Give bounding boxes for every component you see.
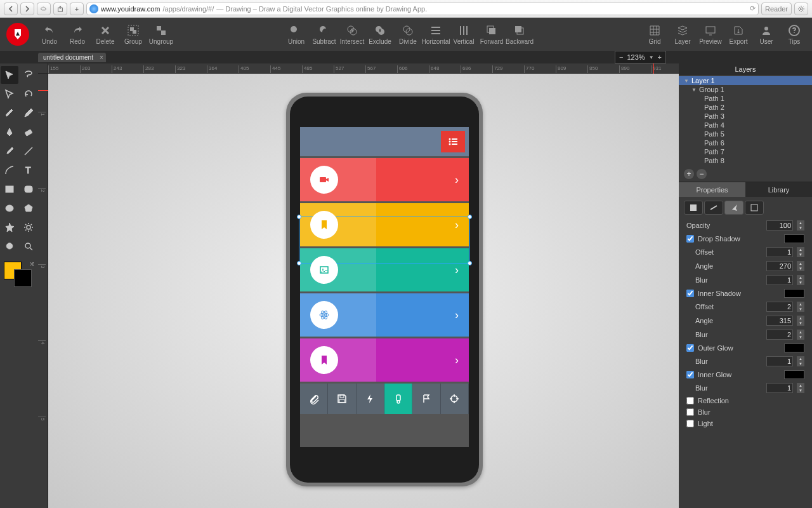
tab-properties[interactable]: Properties	[679, 182, 745, 197]
layer-node-root[interactable]: ▼Layer 1	[679, 76, 812, 85]
prop-mode-effects[interactable]	[724, 201, 743, 215]
backward-button[interactable]: Backward	[506, 18, 534, 51]
outer-glow-checkbox[interactable]	[686, 344, 694, 352]
layer-button[interactable]: Layer	[669, 18, 697, 51]
star-tool[interactable]	[1, 218, 18, 236]
curve-tool[interactable]	[1, 161, 18, 179]
close-tab-icon[interactable]: ×	[100, 54, 103, 61]
og-blur-input[interactable]: 1	[766, 356, 793, 366]
url-bar[interactable]: www.youidraw.com/apps/drawing/#/ — Drawi…	[86, 3, 759, 15]
layer-node-path[interactable]: Path 6	[679, 138, 812, 147]
lasso-tool[interactable]	[20, 66, 37, 84]
layer-node-path[interactable]: Path 2	[679, 103, 812, 112]
ungroup-button[interactable]: Ungroup	[147, 18, 175, 51]
horizontal-button[interactable]: Horizontal	[422, 18, 450, 51]
zoom-dropdown-icon[interactable]: ▼	[649, 55, 654, 60]
document-tab[interactable]: untitled document ×	[38, 53, 106, 62]
outer-glow-color[interactable]	[784, 344, 804, 352]
brush-tool[interactable]	[1, 104, 18, 122]
pen-tool[interactable]	[1, 123, 18, 141]
ds-offset-input[interactable]: 1	[766, 247, 793, 257]
cloud-button[interactable]	[37, 3, 51, 15]
user-button[interactable]: User	[752, 18, 780, 51]
ig-blur-input[interactable]: 1	[766, 383, 793, 393]
vertical-button[interactable]: Vertical	[450, 18, 478, 51]
is-offset-input[interactable]: 2	[766, 302, 793, 312]
eyedropper-tool[interactable]	[1, 142, 18, 160]
tips-button[interactable]: Tips	[780, 18, 808, 51]
inner-shadow-color[interactable]	[784, 289, 804, 298]
roundrect-tool[interactable]	[20, 180, 37, 198]
ds-blur-input[interactable]: 1	[766, 275, 793, 285]
zoom-control[interactable]: − 123% ▼ +	[615, 51, 666, 64]
reader-button[interactable]: Reader	[761, 3, 792, 15]
union-button[interactable]: Union	[282, 18, 310, 51]
forward-button[interactable]: Forward	[478, 18, 506, 51]
tab-library[interactable]: Library	[745, 182, 812, 197]
intersect-button[interactable]: Intersect	[338, 18, 366, 51]
blob-tool[interactable]	[1, 237, 18, 255]
delete-button[interactable]: Delete	[91, 18, 119, 51]
settings-gear-button[interactable]	[794, 3, 808, 15]
swap-colors-icon[interactable]: ⤭	[29, 260, 34, 267]
app-logo[interactable]	[0, 18, 36, 51]
layer-node-group[interactable]: ▼Group 1	[679, 85, 812, 94]
layer-node-path[interactable]: Path 4	[679, 121, 812, 130]
canvas[interactable]: › › › › ›	[48, 74, 679, 508]
background-swatch[interactable]	[14, 269, 32, 287]
rotate-tool[interactable]	[20, 85, 37, 103]
move-tool[interactable]	[1, 66, 18, 84]
zoom-out-button[interactable]: −	[619, 53, 623, 61]
share-button[interactable]	[53, 3, 67, 15]
layer-node-path[interactable]: Path 3	[679, 112, 812, 121]
forward-button[interactable]	[20, 3, 34, 15]
inner-shadow-checkbox[interactable]	[686, 290, 694, 297]
prop-mode-stroke[interactable]	[704, 201, 723, 215]
reflection-checkbox[interactable]	[686, 397, 694, 404]
color-swatches[interactable]: ⤭	[4, 262, 34, 287]
export-button[interactable]: Export	[724, 18, 752, 51]
line-tool[interactable]	[20, 142, 37, 160]
undo-button[interactable]: Undo	[36, 18, 63, 51]
subtract-button[interactable]: Subtract	[310, 18, 338, 51]
opacity-spinner[interactable]: ▲▼	[797, 220, 804, 231]
group-button[interactable]: Group	[119, 18, 147, 51]
is-blur-input[interactable]: 2	[766, 330, 793, 340]
inner-glow-color[interactable]	[784, 370, 804, 379]
eraser-tool[interactable]	[20, 123, 37, 141]
opacity-input[interactable]: 100	[766, 220, 793, 231]
drop-shadow-checkbox[interactable]	[686, 235, 694, 243]
redo-button[interactable]: Redo	[63, 18, 91, 51]
ellipse-tool[interactable]	[1, 199, 18, 217]
polygon-tool[interactable]	[20, 199, 37, 217]
ds-angle-input[interactable]: 270	[766, 261, 793, 271]
prop-mode-text[interactable]	[745, 201, 764, 215]
prop-mode-fill[interactable]	[684, 201, 703, 215]
rect-tool[interactable]	[1, 180, 18, 198]
gear-tool[interactable]	[20, 218, 37, 236]
exclude-button[interactable]: Exclude	[366, 18, 394, 51]
preview-button[interactable]: Preview	[697, 18, 724, 51]
layer-tree[interactable]: ▼Layer 1 ▼Group 1 Path 1Path 2Path 3Path…	[679, 75, 812, 166]
back-button[interactable]	[4, 3, 18, 15]
magnify-tool[interactable]	[20, 237, 37, 255]
pencil-tool[interactable]	[20, 104, 37, 122]
zoom-in-button[interactable]: +	[658, 53, 662, 61]
drop-shadow-color[interactable]	[784, 234, 804, 243]
inner-glow-checkbox[interactable]	[686, 371, 694, 378]
light-checkbox[interactable]	[686, 420, 694, 427]
direct-select-tool[interactable]	[1, 85, 18, 103]
blur-checkbox[interactable]	[686, 408, 694, 416]
add-tab-button[interactable]: +	[70, 3, 84, 15]
reload-icon[interactable]: ⟳	[750, 4, 756, 13]
is-angle-input[interactable]: 315	[766, 316, 793, 326]
layer-node-path[interactable]: Path 7	[679, 147, 812, 156]
layer-node-path[interactable]: Path 8	[679, 156, 812, 165]
layer-node-path[interactable]: Path 5	[679, 130, 812, 138]
layer-node-path[interactable]: Path 1	[679, 94, 812, 103]
divide-button[interactable]: Divide	[394, 18, 422, 51]
grid-button[interactable]: Grid	[641, 18, 669, 51]
remove-layer-button[interactable]: −	[697, 169, 707, 179]
text-tool[interactable]: T	[20, 161, 37, 179]
add-layer-button[interactable]: +	[684, 169, 694, 179]
